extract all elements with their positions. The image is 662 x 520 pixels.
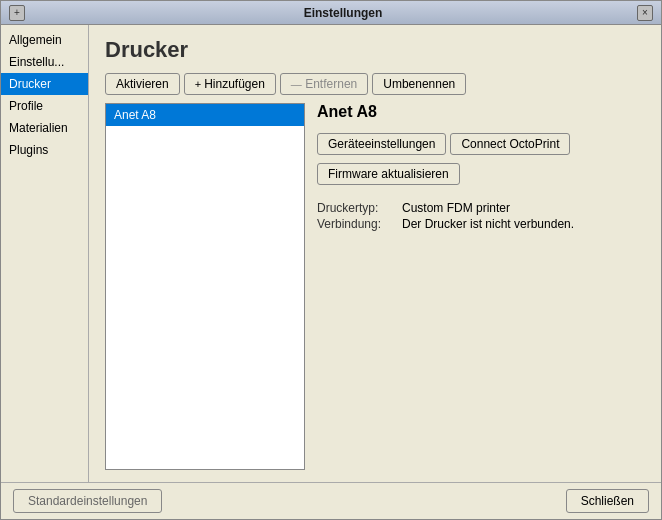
druckertyp-label: Druckertyp:: [317, 201, 402, 215]
printer-selected-name: Anet A8: [317, 103, 645, 121]
plus-icon: +: [195, 78, 201, 90]
sidebar-item-allgemein[interactable]: Allgemein: [1, 29, 88, 51]
druckertyp-row: Druckertyp: Custom FDM printer: [317, 201, 645, 215]
action-buttons-row1: Geräteeinstellungen Connect OctoPrint: [317, 133, 645, 155]
footer: Standardeinstellungen Schließen: [1, 482, 661, 519]
settings-window: + Einstellungen × Allgemein Einstellu...…: [0, 0, 662, 520]
window-plus-button[interactable]: +: [9, 5, 25, 21]
aktivieren-button[interactable]: Aktivieren: [105, 73, 180, 95]
schliessen-button[interactable]: Schließen: [566, 489, 649, 513]
page-title: Drucker: [105, 37, 645, 63]
entfernen-label: Entfernen: [305, 77, 357, 91]
sidebar: Allgemein Einstellu... Drucker Profile M…: [1, 25, 89, 482]
sidebar-item-profile[interactable]: Profile: [1, 95, 88, 117]
window-title: Einstellungen: [49, 6, 637, 20]
entfernen-button[interactable]: — Entfernen: [280, 73, 368, 95]
action-buttons-row2: Firmware aktualisieren: [317, 163, 645, 185]
verbindung-row: Verbindung: Der Drucker ist nicht verbun…: [317, 217, 645, 231]
minus-icon: —: [291, 78, 302, 90]
sidebar-item-drucker[interactable]: Drucker: [1, 73, 88, 95]
body-split: Anet A8 Anet A8 Geräteeinstellungen Conn…: [105, 103, 645, 470]
printer-toolbar: Aktivieren + Hinzufügen — Entfernen Umbe…: [105, 73, 645, 95]
printer-list: Anet A8: [105, 103, 305, 470]
main-area: Drucker Aktivieren + Hinzufügen — Entfer…: [89, 25, 661, 482]
standardeinstellungen-button[interactable]: Standardeinstellungen: [13, 489, 162, 513]
main-content: Allgemein Einstellu... Drucker Profile M…: [1, 25, 661, 482]
sidebar-item-plugins[interactable]: Plugins: [1, 139, 88, 161]
info-table: Druckertyp: Custom FDM printer Verbindun…: [317, 201, 645, 233]
sidebar-item-einstellungen[interactable]: Einstellu...: [1, 51, 88, 73]
umbenennen-button[interactable]: Umbenennen: [372, 73, 466, 95]
druckertyp-value: Custom FDM printer: [402, 201, 510, 215]
sidebar-item-materialien[interactable]: Materialien: [1, 117, 88, 139]
hinzufuegen-button[interactable]: + Hinzufügen: [184, 73, 276, 95]
printer-list-item[interactable]: Anet A8: [106, 104, 304, 126]
printer-details: Anet A8 Geräteeinstellungen Connect Octo…: [317, 103, 645, 470]
firmware-aktualisieren-button[interactable]: Firmware aktualisieren: [317, 163, 460, 185]
verbindung-value: Der Drucker ist nicht verbunden.: [402, 217, 574, 231]
verbindung-label: Verbindung:: [317, 217, 402, 231]
hinzufuegen-label: Hinzufügen: [204, 77, 265, 91]
gerateeinstellungen-button[interactable]: Geräteeinstellungen: [317, 133, 446, 155]
titlebar: + Einstellungen ×: [1, 1, 661, 25]
connect-octoprint-button[interactable]: Connect OctoPrint: [450, 133, 570, 155]
window-close-button[interactable]: ×: [637, 5, 653, 21]
